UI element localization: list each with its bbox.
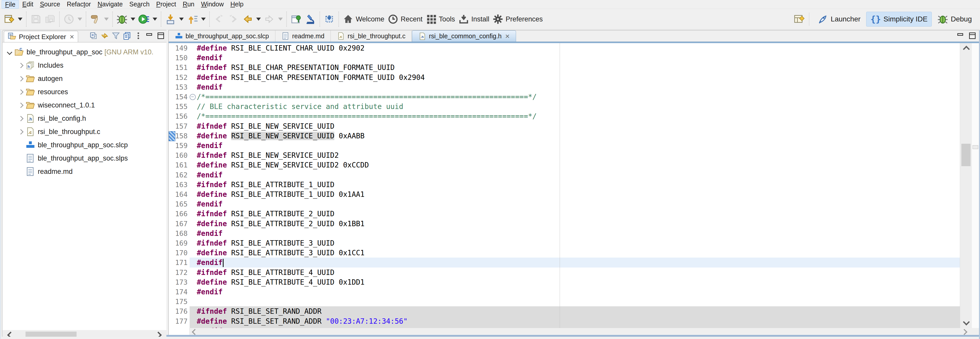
maximize-icon[interactable] <box>965 32 977 41</box>
dropdown-arrow-icon[interactable] <box>278 18 283 21</box>
menu-run[interactable]: Run <box>180 0 198 9</box>
back-icon[interactable] <box>240 13 255 26</box>
welcome-home-label[interactable]: Welcome <box>356 15 384 23</box>
save-all-icon[interactable] <box>43 13 57 26</box>
tools-grid-icon[interactable]: Tools <box>424 13 457 26</box>
code-editor[interactable]: 149#define RSI_BLE_CLIENT_CHAR_UUID 0x29… <box>169 43 960 328</box>
menu-refactor[interactable]: Refactor <box>64 0 94 9</box>
menu-source[interactable]: Source <box>37 0 63 9</box>
dropdown-arrow-icon[interactable] <box>78 18 82 21</box>
link-with-editor-icon[interactable] <box>100 32 109 40</box>
editor-vscrollbar[interactable] <box>960 43 972 328</box>
watch-icon[interactable] <box>62 13 76 26</box>
view-menu-icon[interactable] <box>134 32 143 40</box>
menu-edit[interactable]: Edit <box>19 0 37 9</box>
tab-rsi-ble-common-config-h[interactable]: .hrsi_ble_common_config.h× <box>412 30 516 41</box>
tree-item-includes[interactable]: hIncludes <box>3 59 166 72</box>
pin-editor-icon[interactable] <box>289 13 303 26</box>
scroll-left-icon[interactable] <box>192 329 198 335</box>
minimize-icon[interactable] <box>953 32 965 41</box>
save-icon[interactable] <box>29 13 43 26</box>
welcome-home-icon[interactable]: Welcome <box>341 13 386 26</box>
annotation-marker[interactable] <box>973 145 978 149</box>
chevron-right-icon[interactable] <box>17 117 24 121</box>
chevron-right-icon[interactable] <box>17 90 24 94</box>
chevron-right-icon[interactable] <box>17 103 24 107</box>
perspective-debug[interactable]: Debug <box>933 12 976 27</box>
dropdown-arrow-icon[interactable] <box>104 18 109 21</box>
tree-item-rsi-ble-config-h[interactable]: .hrsi_ble_config.h <box>3 112 166 125</box>
new-wizard-icon[interactable] <box>2 13 16 26</box>
scroll-down-icon[interactable] <box>963 318 970 325</box>
recent-clock-icon[interactable]: Recent <box>386 13 424 26</box>
chevron-down-icon[interactable] <box>6 50 13 54</box>
dropdown-arrow-icon[interactable] <box>201 18 206 21</box>
close-icon[interactable]: × <box>70 33 74 41</box>
maximize-icon[interactable] <box>156 32 165 40</box>
tab-project-explorer[interactable]: Project Explorer × <box>4 31 78 42</box>
install-icon[interactable]: Install <box>457 13 491 26</box>
profile-upload-icon[interactable] <box>185 13 200 26</box>
dropdown-arrow-icon[interactable] <box>18 18 22 21</box>
tree-item-autogen[interactable]: autogen <box>3 72 166 85</box>
open-perspective-icon[interactable] <box>792 13 807 26</box>
preferences-gear-label[interactable]: Preferences <box>506 15 543 23</box>
menu-project[interactable]: Project <box>153 0 180 9</box>
scroll-up-icon[interactable] <box>963 46 970 53</box>
menu-help[interactable]: Help <box>227 0 247 9</box>
perspective-launcher[interactable]: Launcher <box>813 12 865 27</box>
tab-readme-md[interactable]: readme.md <box>275 30 331 41</box>
project-explorer-tree[interactable]: Cble_throughput_app_soc [GNU ARM v10.hIn… <box>3 42 166 330</box>
dropdown-arrow-icon[interactable] <box>153 18 157 21</box>
editor-hscrollbar[interactable] <box>169 328 979 335</box>
device-inspect-icon[interactable] <box>303 13 318 26</box>
install-label[interactable]: Install <box>471 15 490 23</box>
menu-navigate[interactable]: Navigate <box>94 0 126 9</box>
collapse-all-icon[interactable] <box>89 32 98 40</box>
build-hammer-icon[interactable] <box>88 13 103 26</box>
si-files-icon[interactable] <box>123 32 131 40</box>
scroll-thumb[interactable] <box>961 144 970 166</box>
panel-sash[interactable] <box>166 30 169 335</box>
perspective-simplicity-ide[interactable]: {}Simplicity IDE <box>866 12 932 27</box>
scroll-right-icon[interactable] <box>961 329 967 335</box>
tree-item-rsi-ble-throughput-c[interactable]: .crsi_ble_throughput.c <box>3 125 166 138</box>
tree-item-resources[interactable]: resources <box>3 85 166 99</box>
dropdown-arrow-icon[interactable] <box>130 18 135 21</box>
tree-item-wiseconnect-1-0-1[interactable]: wiseconnect_1.0.1 <box>3 99 166 112</box>
tree-item-ble-throughput-app-soc[interactable]: Cble_throughput_app_soc [GNU ARM v10. <box>3 45 166 59</box>
overview-ruler[interactable] <box>972 43 979 328</box>
line-number: 163 <box>169 180 188 190</box>
dropdown-arrow-icon[interactable] <box>256 18 261 21</box>
chevron-right-icon[interactable] <box>17 77 24 81</box>
flash-download-icon[interactable] <box>163 13 178 26</box>
scroll-track[interactable] <box>189 328 979 335</box>
menu-search[interactable]: Search <box>126 0 153 9</box>
fold-collapse-icon[interactable] <box>189 94 196 100</box>
chevron-right-icon[interactable] <box>17 64 24 67</box>
last-edit-back-icon[interactable] <box>212 13 226 26</box>
preferences-gear-icon[interactable]: Preferences <box>491 13 544 26</box>
code-text: #define RSI_BLE_NEW_SERVICE_UUID2 0xCCDD <box>197 160 369 170</box>
tree-item-ble-throughput-app-soc-slcp[interactable]: ble_throughput_app_soc.slcp <box>3 138 166 152</box>
tree-item-readme-md[interactable]: readme.md <box>3 165 166 178</box>
chevron-right-icon[interactable] <box>17 130 24 134</box>
recent-clock-label[interactable]: Recent <box>401 15 423 23</box>
tree-item-ble-throughput-app-soc-slps[interactable]: ble_throughput_app_soc.slps <box>3 152 166 165</box>
forward-icon[interactable] <box>262 13 277 26</box>
tools-grid-label[interactable]: Tools <box>439 15 455 23</box>
menu-file[interactable]: File <box>2 0 19 9</box>
code-text: #define RSI_BLE_NEW_SERVICE_UUID 0xAABB <box>197 131 364 141</box>
filter-icon[interactable] <box>111 32 120 40</box>
flash-programmer-icon[interactable] <box>322 13 336 26</box>
tab-rsi-ble-throughput-c[interactable]: .crsi_ble_throughput.c <box>331 30 412 41</box>
h-file-icon: .h <box>418 32 426 40</box>
tab-ble-throughput-app-soc-slcp[interactable]: ble_throughput_app_soc.slcp <box>169 30 275 41</box>
menu-window[interactable]: Window <box>198 0 227 9</box>
dropdown-arrow-icon[interactable] <box>179 18 184 21</box>
last-edit-forward-icon[interactable] <box>226 13 240 26</box>
minimize-icon[interactable] <box>145 32 154 40</box>
close-icon[interactable]: × <box>505 32 510 40</box>
debug-bug-icon[interactable] <box>115 13 129 26</box>
run-icon[interactable] <box>137 13 151 26</box>
